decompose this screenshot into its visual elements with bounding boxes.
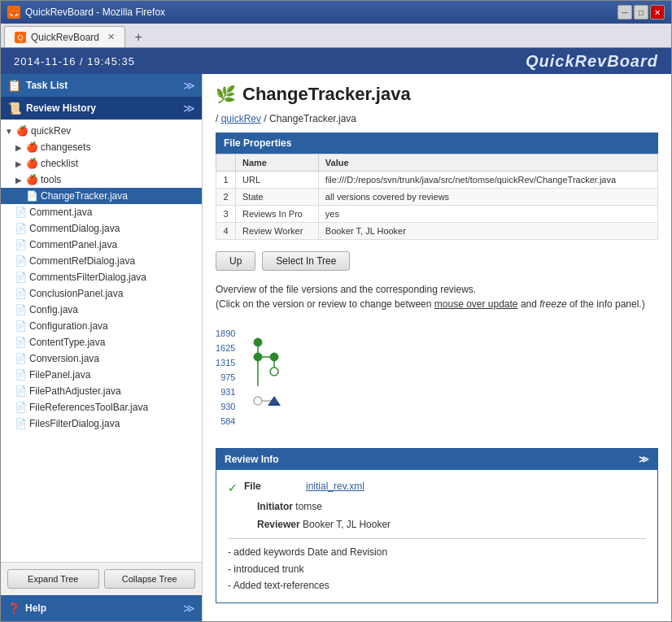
revision-graph-svg bbox=[242, 328, 307, 430]
window: 🦊 QuickRevBoard - Mozilla Firefox ─ □ ✕ … bbox=[0, 0, 672, 622]
tree-label-conclusionpanel: ConclusionPanel.java bbox=[29, 288, 123, 299]
minimize-button[interactable]: ─ bbox=[617, 5, 632, 20]
row-name: Review Worker bbox=[236, 223, 319, 240]
tree-item-config[interactable]: 📄 Config.java bbox=[1, 302, 202, 318]
help-label: Help bbox=[25, 602, 178, 614]
file-title-row: 🌿 ChangeTracker.java bbox=[216, 84, 658, 105]
close-button[interactable]: ✕ bbox=[650, 5, 665, 20]
tree-item-filereferencestoolbar[interactable]: 📄 FileReferencesToolBar.java bbox=[1, 399, 202, 415]
window-title: QuickRevBoard - Mozilla Firefox bbox=[25, 7, 613, 18]
help-bar[interactable]: ❓ Help ≫ bbox=[1, 595, 202, 621]
revision-number[interactable]: 975 bbox=[216, 370, 235, 385]
task-list-header[interactable]: 📋 Task List ≫ bbox=[1, 74, 202, 97]
overview-line2: (Click on the version or review to chang… bbox=[216, 297, 658, 311]
review-info-body: ✓ File initial_rev.xml Initiator tomse R… bbox=[216, 470, 657, 602]
tree-item-configuration[interactable]: 📄 Configuration.java bbox=[1, 318, 202, 334]
tree-label-changetracker: ChangeTracker.java bbox=[41, 190, 128, 202]
tree-item-checklist[interactable]: ▶ 🍎 checklist bbox=[1, 155, 202, 172]
review-check-icon: ✓ bbox=[228, 478, 238, 498]
app-header: 2014-11-16 / 19:45:35 QuickRevBoard bbox=[1, 48, 671, 74]
tree-label-checklist: checklist bbox=[41, 158, 78, 169]
row-num: 2 bbox=[216, 189, 236, 206]
tree-root-label: quickRev bbox=[31, 125, 71, 137]
tree-item-changesets[interactable]: ▶ 🍎 changesets bbox=[1, 139, 202, 155]
tree-item-changetracker[interactable]: 📄 ChangeTracker.java bbox=[1, 188, 202, 204]
collapse-tree-button[interactable]: Collapse Tree bbox=[104, 569, 196, 589]
tree-item-filesfilterdialog[interactable]: 📄 FilesFilterDialog.java bbox=[1, 415, 202, 432]
new-tab-button[interactable]: + bbox=[129, 28, 148, 47]
tree-item-tools[interactable]: ▶ 🍎 tools bbox=[1, 172, 202, 188]
review-initiator-row: Initiator tomse bbox=[257, 498, 646, 516]
browser-tab[interactable]: Q QuickRevBoard ✕ bbox=[4, 26, 125, 47]
review-reviewer-label: Reviewer bbox=[257, 519, 300, 530]
table-row: 2 State all versions covered by reviews bbox=[216, 189, 658, 206]
svg-point-5 bbox=[254, 353, 262, 361]
file-icon-conclusionpanel: 📄 bbox=[14, 287, 27, 300]
review-note: - Added text-references bbox=[228, 577, 646, 594]
row-num: 3 bbox=[216, 206, 236, 223]
file-icon-filepanel: 📄 bbox=[14, 368, 27, 381]
main-layout: 📋 Task List ≫ 📜 Review History ≫ ▼ 🍎 qui… bbox=[1, 74, 671, 621]
sidebar: 📋 Task List ≫ 📜 Review History ≫ ▼ 🍎 qui… bbox=[1, 74, 203, 621]
tree-item-conclusionpanel[interactable]: 📄 ConclusionPanel.java bbox=[1, 285, 202, 302]
overview-mid: and bbox=[518, 298, 540, 310]
tree-item-filepathadjuster[interactable]: 📄 FilePathAdjuster.java bbox=[1, 383, 202, 399]
review-note: - introduced trunk bbox=[228, 561, 646, 577]
file-props-table: Name Value 1 URL file:///D:/repos/svn/tr… bbox=[216, 154, 658, 240]
review-history-arrow-icon: ≫ bbox=[183, 102, 195, 115]
review-info-header[interactable]: Review Info ≫ bbox=[216, 449, 657, 470]
review-note: - added keywords Date and Revision bbox=[228, 544, 646, 560]
file-props-header: File Properties bbox=[216, 133, 658, 154]
tab-bar: Q QuickRevBoard ✕ + bbox=[1, 24, 671, 48]
tree-item-filepanel[interactable]: 📄 FilePanel.java bbox=[1, 367, 202, 383]
breadcrumb-root-link[interactable]: quickRev bbox=[221, 113, 261, 124]
review-initiator-value: tomse bbox=[295, 501, 322, 512]
help-arrow-icon: ≫ bbox=[183, 602, 195, 615]
review-file-link[interactable]: initial_rev.xml bbox=[306, 478, 364, 496]
tree-label-changesets: changesets bbox=[41, 141, 90, 153]
file-icon-commentdialog: 📄 bbox=[14, 222, 27, 235]
review-file-label: File bbox=[244, 478, 303, 496]
svg-point-8 bbox=[254, 397, 262, 405]
file-icon-commentpanel: 📄 bbox=[14, 238, 27, 251]
svg-point-4 bbox=[254, 338, 262, 346]
revision-number[interactable]: 931 bbox=[216, 385, 235, 399]
overview-line1: Overview of the file versions and the co… bbox=[216, 282, 658, 297]
revision-number[interactable]: 1890 bbox=[216, 326, 235, 341]
tree-toggle-checklist: ▶ bbox=[14, 159, 24, 168]
expand-tree-button[interactable]: Expand Tree bbox=[7, 569, 99, 589]
tree-item-commentrefdialog[interactable]: 📄 CommentRefDialog.java bbox=[1, 253, 202, 269]
review-info-header-label: Review Info bbox=[225, 454, 279, 465]
title-bar: 🦊 QuickRevBoard - Mozilla Firefox ─ □ ✕ bbox=[1, 1, 671, 24]
help-icon: ❓ bbox=[7, 602, 20, 615]
overview-link[interactable]: mouse over update bbox=[434, 298, 518, 310]
datetime-display: 2014-11-16 / 19:45:35 bbox=[14, 55, 135, 67]
file-icon-config: 📄 bbox=[14, 303, 27, 316]
tree-root[interactable]: ▼ 🍎 quickRev bbox=[1, 123, 202, 139]
tab-close-button[interactable]: ✕ bbox=[107, 32, 115, 42]
tree-item-commentsfilterdialog[interactable]: 📄 CommentsFilterDialog.java bbox=[1, 269, 202, 285]
select-in-tree-button[interactable]: Select In Tree bbox=[262, 251, 350, 271]
revision-number[interactable]: 584 bbox=[216, 414, 235, 428]
revision-number[interactable]: 930 bbox=[216, 399, 235, 414]
folder-icon-changesets: 🍎 bbox=[25, 141, 38, 154]
row-value: file:///D:/repos/svn/trunk/java/src/net/… bbox=[318, 172, 657, 189]
file-properties-section: File Properties Name Value 1 URL file://… bbox=[216, 133, 658, 240]
revision-number[interactable]: 1315 bbox=[216, 355, 235, 370]
review-info-panel: Review Info ≫ ✓ File initial_rev.xml Ini… bbox=[216, 448, 658, 603]
revision-number[interactable]: 1625 bbox=[216, 341, 235, 355]
review-history-header[interactable]: 📜 Review History ≫ bbox=[1, 97, 202, 120]
tree-item-commentdialog[interactable]: 📄 CommentDialog.java bbox=[1, 220, 202, 237]
tree-item-comment[interactable]: 📄 Comment.java bbox=[1, 204, 202, 220]
overview-freeze: freeze bbox=[539, 298, 566, 310]
maximize-button[interactable]: □ bbox=[634, 5, 648, 20]
up-button[interactable]: Up bbox=[216, 251, 255, 271]
table-row: 1 URL file:///D:/repos/svn/trunk/java/sr… bbox=[216, 172, 658, 189]
folder-icon-checklist: 🍎 bbox=[25, 157, 38, 170]
tree-item-contenttype[interactable]: 📄 ContentType.java bbox=[1, 334, 202, 350]
tree-item-conversion[interactable]: 📄 Conversion.java bbox=[1, 350, 202, 367]
tree-item-commentpanel[interactable]: 📄 CommentPanel.java bbox=[1, 237, 202, 253]
review-details: Initiator tomse Reviewer Booker T, JL Ho… bbox=[228, 498, 646, 533]
review-file-row: ✓ File initial_rev.xml bbox=[228, 478, 646, 498]
file-icon-filereferencestoolbar: 📄 bbox=[14, 401, 27, 414]
